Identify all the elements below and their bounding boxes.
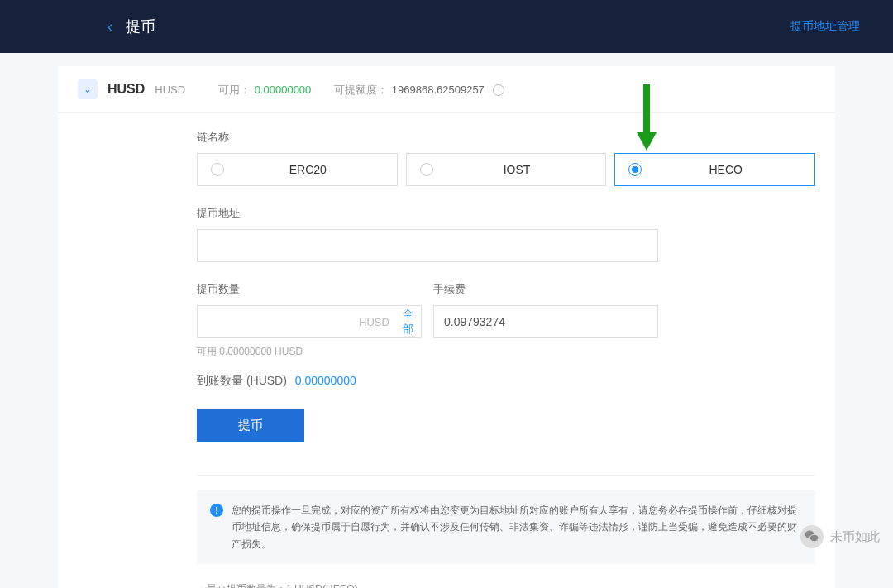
coin-selector-row: ⌄ HUSD HUSD 可用： 0.00000000 可提额度： 1969868…	[58, 66, 835, 113]
address-label: 提币地址	[197, 206, 815, 221]
radio-icon	[211, 163, 224, 176]
chain-label-iost: IOST	[442, 163, 593, 176]
limit-label: 可提额度：	[334, 84, 388, 96]
available-hint: 可用 0.00000000 HUSD	[197, 345, 815, 359]
fee-column: 手续费 0.09793274	[433, 282, 658, 338]
amount-input[interactable]	[208, 315, 352, 328]
info-icon[interactable]: i	[493, 84, 504, 96]
chain-label-erc20: ERC20	[232, 163, 384, 176]
notice-box: ! 您的提币操作一旦完成，对应的资产所有权将由您变更为目标地址所对应的账户所有人…	[197, 490, 815, 564]
watermark-text: 未币如此	[830, 529, 880, 545]
amount-all-button[interactable]: 全部	[403, 307, 413, 337]
arrival-row: 到账数量 (HUSD) 0.00000000	[197, 374, 815, 389]
manage-addresses-link[interactable]: 提币地址管理	[790, 19, 860, 34]
radio-icon	[420, 163, 433, 176]
rule-item: ・最小提币数量为：1 HUSD(HECO)。	[197, 579, 815, 588]
amount-input-wrap: HUSD 全部	[197, 305, 422, 338]
header-left: ‹ 提币	[107, 17, 155, 36]
chain-label-heco: HECO	[650, 163, 801, 176]
page-header: ‹ 提币 提币地址管理	[0, 0, 893, 53]
page-title: 提币	[126, 17, 155, 36]
info-icon: !	[210, 504, 223, 517]
coin-dropdown-toggle[interactable]: ⌄	[78, 79, 98, 99]
chain-label: 链名称	[197, 130, 815, 145]
form-area: 链名称 ERC20 IOST HECO 提币地址 提币数量	[58, 113, 835, 588]
chain-options: ERC20 IOST HECO	[197, 153, 815, 186]
radio-icon	[628, 163, 642, 176]
arrival-label: 到账数量 (HUSD)	[197, 374, 287, 387]
available-label: 可用：	[218, 84, 251, 96]
notice-text: 您的提币操作一旦完成，对应的资产所有权将由您变更为目标地址所对应的账户所有人享有…	[232, 502, 802, 552]
divider	[197, 475, 815, 476]
coin-name: HUSD	[155, 84, 185, 96]
wechat-icon	[800, 525, 824, 548]
limit-value: 1969868.62509257	[392, 84, 485, 96]
coin-symbol: HUSD	[107, 82, 145, 97]
chevron-down-icon: ⌄	[84, 84, 92, 95]
withdraw-submit-button[interactable]: 提币	[197, 409, 304, 442]
limit-block: 可提额度： 1969868.62509257 i	[334, 82, 504, 98]
rules-list: ・最小提币数量为：1 HUSD(HECO)。 ・为保障资金安全，当您账户安全策略…	[197, 579, 815, 588]
back-arrow-icon[interactable]: ‹	[107, 18, 112, 36]
address-block: 提币地址	[197, 206, 815, 262]
watermark: 未币如此	[800, 525, 880, 548]
withdraw-card: ⌄ HUSD HUSD 可用： 0.00000000 可提额度： 1969868…	[58, 66, 835, 588]
coin-meta: 可用： 0.00000000 可提额度： 1969868.62509257 i	[218, 82, 504, 98]
chain-option-heco[interactable]: HECO	[614, 153, 815, 186]
fee-display: 0.09793274	[433, 305, 658, 338]
amount-unit: HUSD	[359, 316, 389, 328]
available-value: 0.00000000	[255, 84, 312, 96]
chain-option-iost[interactable]: IOST	[406, 153, 607, 186]
amount-fee-row: 提币数量 HUSD 全部 手续费 0.09793274	[197, 282, 815, 338]
chain-option-erc20[interactable]: ERC20	[197, 153, 398, 186]
fee-label: 手续费	[433, 282, 658, 297]
arrival-value: 0.00000000	[295, 374, 356, 387]
address-input[interactable]	[197, 229, 658, 262]
available-block: 可用： 0.00000000	[218, 82, 311, 98]
amount-column: 提币数量 HUSD 全部	[197, 282, 422, 338]
amount-label: 提币数量	[197, 282, 422, 297]
